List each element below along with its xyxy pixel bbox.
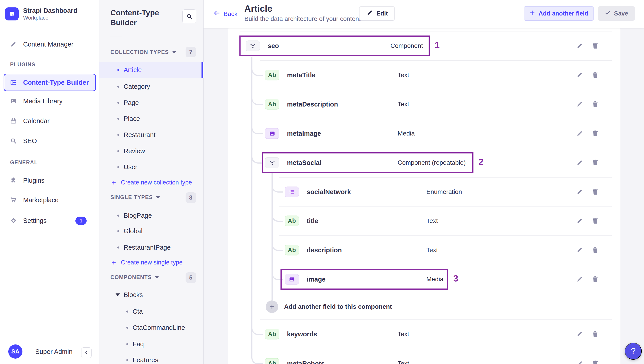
bullet-icon: [126, 327, 128, 329]
back-label: Back: [224, 10, 238, 18]
back-link[interactable]: Back: [213, 0, 238, 28]
component-category-blocks[interactable]: Blocks: [100, 287, 204, 303]
subnav-item-cta[interactable]: Cta: [100, 303, 204, 319]
field-name: metaTitle: [287, 71, 316, 79]
subnav-item-restaurantpage[interactable]: RestaurantPage: [100, 239, 204, 255]
subnav-item-features[interactable]: Features: [100, 352, 204, 364]
field-row: socialNetworkEnumeration: [228, 177, 620, 206]
field-row: AbdescriptionText: [228, 236, 620, 265]
delete-field-button[interactable]: [590, 70, 600, 80]
edit-field-button[interactable]: [575, 187, 584, 197]
sidebar-item-calendar[interactable]: Calendar: [4, 114, 96, 128]
delete-field-button[interactable]: [590, 41, 600, 51]
field-type: Component (repeatable): [398, 159, 466, 166]
field-type: Component: [390, 42, 423, 49]
sidebar-item-settings[interactable]: Settings1: [4, 214, 96, 228]
sidebar-item-marketplace[interactable]: Marketplace: [4, 193, 96, 207]
edit-field-button[interactable]: [575, 99, 584, 109]
sidebar-item-seo[interactable]: SEO: [4, 134, 96, 148]
delete-field-button[interactable]: [590, 358, 600, 364]
group-header-label: COLLECTION TYPES: [110, 49, 169, 55]
edit-field-button[interactable]: [575, 274, 584, 284]
avatar[interactable]: SA: [8, 344, 22, 358]
field-name: socialNetwork: [307, 188, 351, 196]
subnav-item-global[interactable]: Global: [100, 223, 204, 239]
create-new--single-type[interactable]: +Create new single type: [100, 255, 204, 270]
field-name: image: [307, 276, 326, 283]
sidebar-item-content-manager[interactable]: Content Manager: [4, 37, 96, 52]
media-icon: [265, 128, 279, 139]
sidebar-item-media-library[interactable]: Media Library: [4, 94, 96, 108]
group-header-collection-types[interactable]: COLLECTION TYPES: [110, 49, 192, 55]
edit-field-button[interactable]: [575, 358, 584, 364]
delete-field-button[interactable]: [590, 187, 600, 197]
create-new--collection-type[interactable]: +Create new collection type: [100, 175, 204, 190]
save-button[interactable]: Save: [598, 6, 635, 21]
subnav-item-blogpage[interactable]: BlogPage: [100, 207, 204, 224]
sidebar-item-label: Marketplace: [23, 196, 58, 204]
strapi-logo-icon: [5, 8, 18, 21]
check-icon: [604, 10, 611, 18]
delete-field-button[interactable]: [590, 245, 600, 255]
edit-field-button[interactable]: [575, 158, 584, 168]
bullet-icon: [117, 69, 120, 71]
delete-field-button[interactable]: [590, 329, 600, 339]
delete-field-button[interactable]: [590, 99, 600, 109]
divider: [0, 30, 100, 30]
field-row: AbmetaTitleText: [228, 60, 620, 90]
chevron-down-icon: [155, 276, 159, 279]
field-name: description: [307, 247, 342, 254]
help-label: ?: [631, 346, 636, 356]
notification-badge: 1: [76, 217, 86, 225]
field-row: AbmetaRobotsText: [228, 349, 620, 364]
sidebar-item-content-type-builder[interactable]: Content-Type Builder: [4, 74, 96, 91]
subnav-item-place[interactable]: Place: [100, 111, 204, 127]
subnav-item-page[interactable]: Page: [100, 95, 204, 111]
subnav-item-label: Review: [124, 147, 145, 155]
edit-field-button[interactable]: [575, 216, 584, 226]
delete-field-button[interactable]: [590, 274, 600, 284]
subnav-item-category[interactable]: Category: [100, 78, 204, 95]
edit-field-button[interactable]: [575, 41, 584, 51]
subnav-title: Content-Type Builder: [110, 8, 176, 27]
edit-field-button[interactable]: [575, 329, 584, 339]
delete-field-button[interactable]: [590, 216, 600, 226]
user-name: Super Admin: [35, 339, 72, 364]
delete-field-button[interactable]: [590, 158, 600, 168]
collapse-sidebar-button[interactable]: [81, 347, 92, 358]
subnav-item-article[interactable]: Article: [100, 62, 204, 78]
bullet-icon: [117, 166, 120, 168]
delete-field-button[interactable]: [590, 128, 600, 138]
subnav-item-ctacommandline[interactable]: CtaCommandLine: [100, 319, 204, 336]
sidebar-item-label: Plugins: [23, 177, 44, 184]
field-row: AbkeywordsText: [228, 319, 620, 349]
text-icon: Ab: [265, 99, 279, 110]
plus-icon: +: [112, 179, 116, 186]
edit-button[interactable]: Edit: [359, 6, 395, 21]
field-name: keywords: [287, 330, 317, 338]
edit-field-button[interactable]: [575, 128, 584, 138]
edit-field-button[interactable]: [575, 70, 584, 80]
sidebar-item-plugins[interactable]: Plugins: [4, 173, 96, 188]
sidebar-item-label: Content Manager: [23, 41, 74, 48]
field-row: seoComponent: [228, 31, 620, 60]
subnav-item-review[interactable]: Review: [100, 143, 204, 159]
subnav-item-restaurant[interactable]: Restaurant: [100, 127, 204, 143]
subnav-item-faq[interactable]: Faq: [100, 336, 204, 352]
group-header-single-types[interactable]: SINGLE TYPES: [110, 194, 192, 201]
text-icon: Ab: [285, 245, 299, 255]
subnav-item-user[interactable]: User: [100, 159, 204, 175]
active-item-indicator: [202, 62, 203, 78]
search-button[interactable]: [182, 10, 196, 23]
add-field-to-component-button[interactable]: [266, 300, 278, 313]
add-field-to-component-label: Add another field to this component: [284, 303, 392, 310]
subnav-item-label: Features: [132, 356, 158, 364]
subnav-item-label: Category: [124, 83, 150, 90]
help-button[interactable]: ?: [625, 343, 642, 360]
annotation-number: 2: [478, 157, 483, 167]
workspace-switcher[interactable]: Strapi Dashboard Workplace: [5, 7, 78, 21]
group-header-components[interactable]: COMPONENTS: [110, 274, 192, 280]
add-another-field-button[interactable]: Add another field: [524, 6, 594, 21]
edit-field-button[interactable]: [575, 245, 584, 255]
component-icon: [265, 157, 279, 168]
